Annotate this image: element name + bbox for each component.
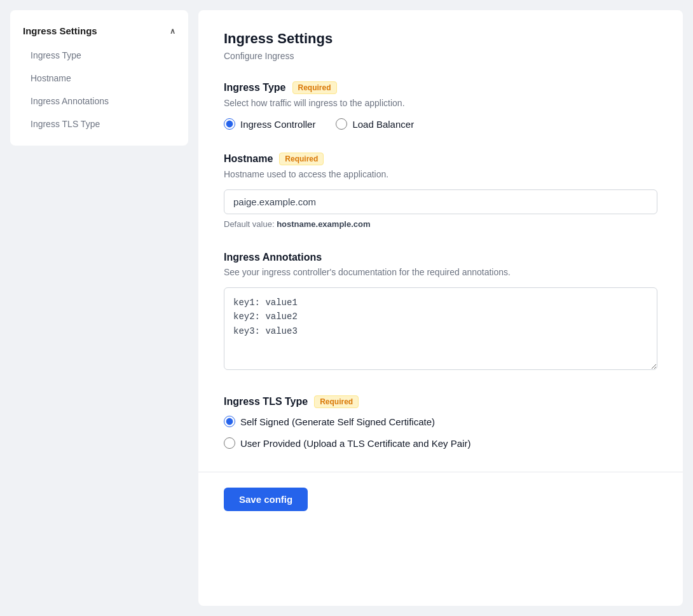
annotations-description: See your ingress controller's documentat… xyxy=(224,267,657,277)
section-hostname: Hostname Required Hostname used to acces… xyxy=(224,153,657,229)
tls-type-badge: Required xyxy=(314,395,359,408)
self-signed-label: Self Signed (Generate Self Signed Certif… xyxy=(240,416,435,427)
section-ingress-annotations: Ingress Annotations See your ingress con… xyxy=(224,252,657,373)
page-title: Ingress Settings xyxy=(224,31,657,47)
annotations-title: Ingress Annotations xyxy=(224,252,322,263)
hostname-default-label: Default value: xyxy=(224,219,275,229)
sidebar-item-ingress-annotations[interactable]: Ingress Annotations xyxy=(10,90,188,113)
tls-type-title: Ingress TLS Type xyxy=(224,396,308,407)
sidebar-item-ingress-type[interactable]: Ingress Type xyxy=(10,44,188,67)
user-provided-label: User Provided (Upload a TLS Certificate … xyxy=(240,438,470,449)
self-signed-radio[interactable] xyxy=(224,416,235,427)
sidebar-title: Ingress Settings xyxy=(23,25,97,36)
annotations-textarea[interactable]: key1: value1 key2: value2 key3: value3 xyxy=(224,287,657,370)
self-signed-option[interactable]: Self Signed (Generate Self Signed Certif… xyxy=(224,416,435,427)
ingress-controller-label: Ingress Controller xyxy=(240,119,315,130)
sidebar-item-hostname[interactable]: Hostname xyxy=(10,67,188,90)
sidebar-header: Ingress Settings ∧ xyxy=(10,20,188,44)
hostname-default-value: hostname.example.com xyxy=(277,219,370,229)
ingress-type-title-row: Ingress Type Required xyxy=(224,81,657,94)
save-button[interactable]: Save config xyxy=(224,488,308,511)
tls-type-title-row: Ingress TLS Type Required xyxy=(224,395,657,408)
user-provided-option[interactable]: User Provided (Upload a TLS Certificate … xyxy=(224,437,470,449)
load-balancer-radio[interactable] xyxy=(336,118,347,130)
ingress-controller-radio[interactable] xyxy=(224,118,235,130)
tls-type-radio-group: Self Signed (Generate Self Signed Certif… xyxy=(224,416,657,449)
main-content: Ingress Settings Configure Ingress Ingre… xyxy=(198,10,683,606)
user-provided-radio[interactable] xyxy=(224,437,235,449)
section-ingress-tls-type: Ingress TLS Type Required Self Signed (G… xyxy=(224,395,657,449)
annotations-title-row: Ingress Annotations xyxy=(224,252,657,263)
hostname-badge: Required xyxy=(279,153,324,165)
chevron-icon: ∧ xyxy=(170,27,175,36)
section-ingress-type: Ingress Type Required Select how traffic… xyxy=(224,81,657,130)
hostname-default-value-row: Default value: hostname.example.com xyxy=(224,219,657,229)
hostname-description: Hostname used to access the application. xyxy=(224,169,657,179)
ingress-type-title: Ingress Type xyxy=(224,82,286,93)
page-subtitle: Configure Ingress xyxy=(224,51,657,61)
hostname-input[interactable] xyxy=(224,189,657,214)
ingress-controller-option[interactable]: Ingress Controller xyxy=(224,118,315,130)
sidebar: Ingress Settings ∧ Ingress Type Hostname… xyxy=(10,10,188,146)
save-area: Save config xyxy=(198,472,683,526)
load-balancer-option[interactable]: Load Balancer xyxy=(336,118,414,130)
ingress-type-description: Select how traffic will ingress to the a… xyxy=(224,98,657,108)
load-balancer-label: Load Balancer xyxy=(352,119,414,130)
hostname-title-row: Hostname Required xyxy=(224,153,657,165)
hostname-title: Hostname xyxy=(224,153,273,165)
sidebar-item-ingress-tls-type[interactable]: Ingress TLS Type xyxy=(10,113,188,135)
ingress-type-radio-group: Ingress Controller Load Balancer xyxy=(224,118,657,130)
ingress-type-badge: Required xyxy=(292,81,337,94)
